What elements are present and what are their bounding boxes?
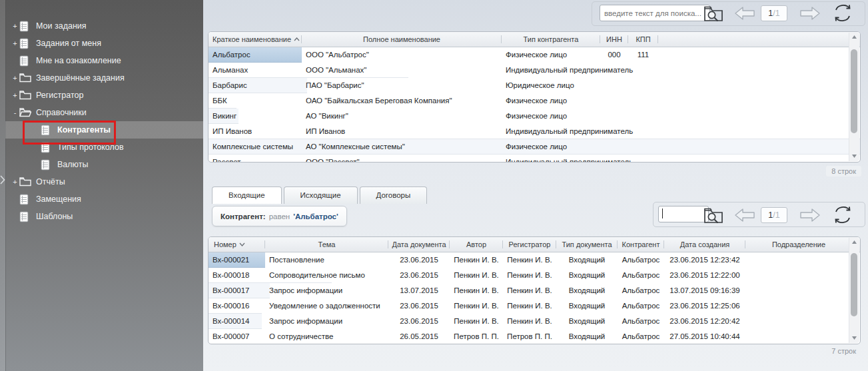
- tree-expander[interactable]: +: [11, 74, 19, 82]
- cell-document-type: Входящий: [556, 298, 618, 313]
- page-indicator[interactable]: 1/1: [761, 207, 787, 223]
- filter-chip[interactable]: Контрагент: равен 'Альбатрос': [212, 206, 347, 226]
- sidebar-item[interactable]: +: [5, 17, 203, 35]
- contractor-row[interactable]: Альбатрос ООО "Альбатрос" Физическое лиц…: [209, 47, 302, 63]
- tab[interactable]: Входящие: [212, 186, 282, 204]
- previous-page-arrow-icon[interactable]: [734, 6, 755, 23]
- sidebar-item[interactable]: Замещения: [5, 190, 203, 208]
- contractors-table-body: Альбатрос ООО "Альбатрос" Физическое лиц…: [209, 47, 860, 163]
- document-row[interactable]: Вх-000018 Сопроводительное письмо 23.06.…: [209, 268, 332, 283]
- cell-contractor-type: Индивидуальный предприниматель: [502, 124, 600, 139]
- tree-expander[interactable]: +: [11, 22, 19, 30]
- tab-label: Входящие: [228, 191, 265, 199]
- search-in-folder-icon[interactable]: [703, 206, 724, 227]
- column-header[interactable]: Автор: [450, 237, 503, 252]
- document-row[interactable]: Вх-000017 Запрос информации 13.07.2015 П…: [209, 283, 270, 298]
- column-header[interactable]: Тип контрагента: [502, 32, 600, 47]
- annotation-highlight-box: [23, 121, 116, 145]
- cell-registrar: Пенкин И. В.: [503, 268, 556, 282]
- document-row[interactable]: Вх-000014 Запрос информации 23.06.2015 П…: [209, 314, 262, 329]
- contractors-row-count: 8 строк: [826, 166, 861, 177]
- tree-expander[interactable]: -: [11, 109, 19, 117]
- scrollbar-thumb[interactable]: [851, 49, 857, 133]
- column-header[interactable]: Тип документа: [556, 237, 618, 252]
- scroll-down-arrow-icon[interactable]: [849, 152, 859, 161]
- column-header[interactable]: Дата создания: [664, 237, 745, 252]
- cell-number: Вх-000016: [209, 298, 265, 313]
- cell-subject: Сопроводительное письмо: [265, 268, 388, 282]
- contractor-row[interactable]: Барбарис ПАО "Барбарис" Юридическое лицо: [209, 78, 307, 93]
- cell-document-date: 26.05.2015: [388, 329, 450, 344]
- sidebar-item[interactable]: Шаблоны: [5, 208, 203, 225]
- cell-inn: 000: [600, 47, 628, 62]
- cell-short-name: Комплексные системы: [209, 139, 302, 154]
- next-page-arrow-icon[interactable]: [799, 6, 821, 23]
- document-row[interactable]: Вх-000016 Уведомление о задолженности 23…: [209, 298, 262, 314]
- tree-expander[interactable]: +: [11, 39, 19, 47]
- cell-full-name: АО "Викинг": [302, 109, 502, 123]
- contractor-row[interactable]: Рассвет ООО "Рассвет" Индивидуальный пре…: [209, 155, 860, 163]
- document-row[interactable]: Вх-000007 О сотрудничестве 26.05.2015 Пе…: [209, 329, 270, 344]
- contractors-search-input[interactable]: [600, 5, 710, 21]
- tree-expander[interactable]: +: [11, 91, 19, 99]
- scroll-up-arrow-icon[interactable]: [849, 238, 859, 247]
- column-header-label: Тип контрагента: [524, 32, 579, 47]
- contractor-row[interactable]: ББК ОАО "Байкальская Береговая Компания"…: [209, 93, 236, 109]
- previous-page-arrow-icon[interactable]: [734, 208, 755, 225]
- cell-kpp: [628, 78, 658, 93]
- cell-created-date: 27.05.2015 10:40:44: [664, 329, 745, 344]
- sidebar-item-label: Отчёты: [36, 177, 65, 186]
- cell-contractor: Альбатрос: [618, 329, 664, 344]
- scroll-down-arrow-icon[interactable]: [849, 334, 859, 343]
- sidebar-item[interactable]: Мне на ознакомление: [5, 52, 203, 69]
- cell-department: [745, 252, 852, 267]
- column-header[interactable]: Полное наименование: [302, 32, 502, 47]
- cell-created-date: 23.06.2015 12:23:42: [664, 252, 745, 267]
- column-header[interactable]: ИНН: [600, 32, 628, 47]
- documents-scrollbar[interactable]: [849, 238, 859, 343]
- column-header[interactable]: Подразделение: [745, 237, 852, 252]
- page-indicator[interactable]: 1/1: [761, 5, 787, 21]
- next-page-arrow-icon[interactable]: [799, 208, 821, 225]
- column-header[interactable]: КПП: [628, 32, 658, 47]
- contractor-row[interactable]: Альманах ООО "Альманах" Индивидуальный п…: [209, 63, 408, 78]
- cell-number: Вх-000014: [209, 314, 265, 328]
- documents-table-body: Вх-000021 Постановление 23.06.2015 Пенки…: [209, 252, 860, 344]
- sidebar-item[interactable]: -: [5, 104, 203, 121]
- scrollbar-thumb[interactable]: [851, 253, 857, 316]
- refresh-icon[interactable]: [833, 206, 853, 226]
- contractor-row[interactable]: Комплексные системы АО "Комплексные сист…: [209, 139, 860, 155]
- sidebar-item[interactable]: Валюты: [5, 156, 203, 173]
- sidebar-item[interactable]: +: [5, 173, 203, 190]
- tree-expander[interactable]: +: [11, 178, 19, 186]
- cell-department: [745, 329, 852, 344]
- sidebar-item[interactable]: +: [5, 87, 203, 104]
- sidebar-item[interactable]: +: [5, 35, 203, 52]
- tab[interactable]: Исходящие: [284, 186, 358, 204]
- cell-inn: [600, 139, 628, 154]
- column-header[interactable]: Номер: [209, 237, 265, 252]
- document-row[interactable]: Вх-000021 Постановление 23.06.2015 Пенки…: [209, 252, 265, 268]
- column-header[interactable]: Контрагент: [618, 237, 664, 252]
- column-header[interactable]: Краткое наименование: [209, 32, 302, 47]
- column-header[interactable]: Регистратор: [503, 237, 556, 252]
- contractors-scrollbar[interactable]: [849, 33, 859, 161]
- tab[interactable]: Договоры: [360, 186, 428, 204]
- cell-inn: [600, 93, 628, 108]
- filter-field-label: Контрагент:: [220, 212, 266, 220]
- column-header[interactable]: Тема: [265, 237, 388, 252]
- sidebar-item[interactable]: +: [5, 69, 203, 87]
- sidebar-item-label: Справочники: [36, 108, 87, 117]
- refresh-icon[interactable]: [833, 4, 853, 25]
- chevron-right-icon[interactable]: [0, 175, 5, 185]
- contractor-row[interactable]: Викинг АО "Викинг" Физическое лицо: [209, 109, 238, 124]
- cell-contractor-type: Физическое лицо: [502, 139, 600, 154]
- documents-search-input[interactable]: [658, 206, 709, 222]
- scroll-up-arrow-icon[interactable]: [849, 33, 859, 42]
- column-header[interactable]: Дата документа: [388, 237, 450, 252]
- search-in-folder-icon[interactable]: [703, 4, 724, 25]
- contractor-row[interactable]: ИП Иванов ИП Иванов Индивидуальный предп…: [209, 124, 860, 139]
- cell-registrar: Пенкин И. В.: [503, 314, 556, 328]
- cell-inn: [600, 78, 628, 93]
- cell-registrar: Пенкин И. В.: [503, 252, 556, 267]
